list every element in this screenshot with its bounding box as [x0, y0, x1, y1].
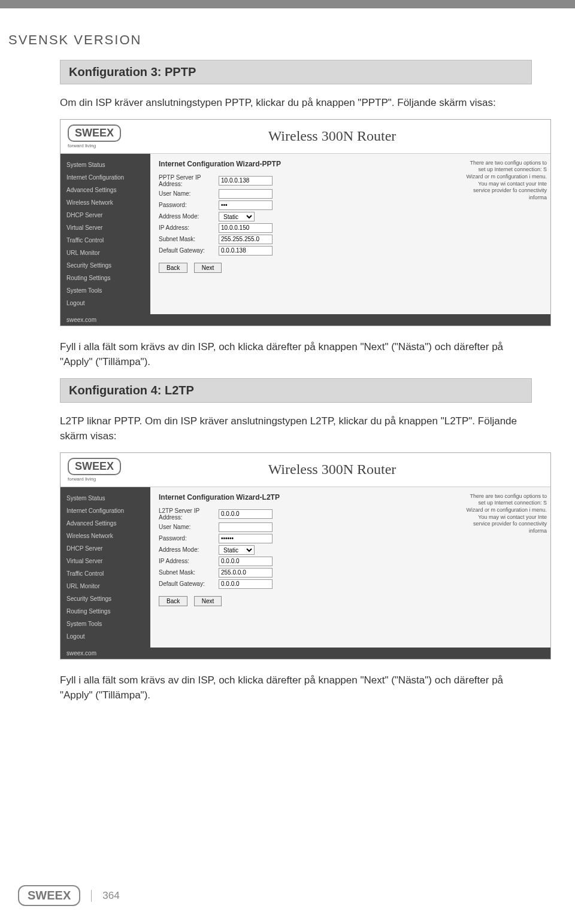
sidebar-item[interactable]: Security Settings	[60, 592, 150, 605]
ip-label: IP Address:	[159, 224, 219, 231]
sidebar-item[interactable]: Security Settings	[60, 259, 150, 272]
pass-input[interactable]	[219, 534, 273, 543]
footer-logo: SWEEX	[18, 885, 80, 906]
sidebar-item[interactable]: Routing Settings	[60, 605, 150, 618]
section-title-4: Konfiguration 4: L2TP	[60, 378, 532, 403]
pass-input[interactable]	[219, 200, 273, 210]
sidebar-item[interactable]: Advanced Settings	[60, 517, 150, 530]
sidebar-item[interactable]: URL Monitor	[60, 580, 150, 592]
ip-input[interactable]	[219, 223, 273, 233]
gw-input[interactable]	[219, 246, 273, 256]
section-title-3: Konfiguration 3: PPTP	[60, 60, 532, 84]
user-label: User Name:	[159, 190, 219, 197]
wizard-title-l2tp: Internet Configuration Wizard-L2TP	[159, 493, 452, 501]
sidebar-item[interactable]: Routing Settings	[60, 272, 150, 284]
user-input[interactable]	[219, 522, 273, 532]
info-text: There are two configu options to set up …	[461, 487, 550, 648]
sidebar: System Status Internet Configuration Adv…	[60, 154, 150, 314]
screenshot-l2tp: SWEEX forward living Wireless 300N Route…	[60, 452, 551, 659]
sidebar-item[interactable]: Advanced Settings	[60, 184, 150, 196]
top-bar	[0, 0, 575, 8]
mode-label: Address Mode:	[159, 213, 219, 220]
gw-label: Default Gateway:	[159, 580, 219, 587]
pass-label: Password:	[159, 535, 219, 542]
logo-subtitle: forward living	[68, 143, 121, 148]
logo: SWEEX	[68, 458, 121, 475]
mask-label: Subnet Mask:	[159, 236, 219, 242]
pass-label: Password:	[159, 202, 219, 208]
server-input[interactable]	[219, 176, 273, 186]
section3-intro: Om din ISP kräver anslutningstypen PPTP,…	[60, 95, 532, 111]
section4-intro: L2TP liknar PPTP. Om din ISP kräver ansl…	[60, 414, 532, 444]
sidebar-item[interactable]: Wireless Network	[60, 530, 150, 542]
sidebar-item[interactable]: System Status	[60, 159, 150, 171]
page-number: 364	[91, 890, 119, 902]
sidebar-item[interactable]: Virtual Server	[60, 221, 150, 234]
page-header: SVENSK VERSION	[8, 8, 575, 60]
server-input[interactable]	[219, 509, 273, 519]
ss-footer: sweex.com	[60, 314, 550, 326]
server-label: PPTP Server IP Address:	[159, 174, 219, 187]
info-text: There are two configu options to set up …	[461, 154, 550, 314]
section4-outro: Fyll i alla fält som krävs av din ISP, o…	[60, 673, 532, 703]
sidebar-item[interactable]: System Tools	[60, 284, 150, 297]
server-label: L2TP Server IP Address:	[159, 507, 219, 521]
logo: SWEEX	[68, 124, 121, 142]
user-input[interactable]	[219, 189, 273, 199]
gw-input[interactable]	[219, 579, 273, 589]
page-footer: SWEEX 364	[18, 885, 120, 906]
sidebar-item[interactable]: System Tools	[60, 618, 150, 630]
ss-footer: sweex.com	[60, 648, 550, 659]
sidebar-item[interactable]: Logout	[60, 297, 150, 309]
section3-outro: Fyll i alla fält som krävs av din ISP, o…	[60, 339, 532, 370]
ip-input[interactable]	[219, 557, 273, 566]
mode-select[interactable]: Static	[219, 212, 255, 221]
mode-label: Address Mode:	[159, 546, 219, 553]
next-button[interactable]: Next	[194, 596, 222, 606]
mode-select[interactable]: Static	[219, 545, 255, 555]
sidebar: System Status Internet Configuration Adv…	[60, 487, 150, 648]
mask-input[interactable]	[219, 568, 273, 578]
router-title: Wireless 300N Router	[121, 128, 543, 144]
sidebar-item[interactable]: Traffic Control	[60, 234, 150, 247]
sidebar-item[interactable]: Wireless Network	[60, 196, 150, 209]
gw-label: Default Gateway:	[159, 247, 219, 254]
sidebar-item[interactable]: Internet Configuration	[60, 504, 150, 517]
sidebar-item[interactable]: DHCP Server	[60, 209, 150, 221]
next-button[interactable]: Next	[194, 263, 222, 273]
router-title: Wireless 300N Router	[121, 461, 543, 478]
sidebar-item[interactable]: Traffic Control	[60, 567, 150, 580]
back-button[interactable]: Back	[159, 263, 187, 273]
mask-input[interactable]	[219, 235, 273, 244]
screenshot-pptp: SWEEX forward living Wireless 300N Route…	[60, 119, 551, 326]
wizard-title-pptp: Internet Configuration Wizard-PPTP	[159, 160, 452, 168]
sidebar-item[interactable]: Internet Configuration	[60, 171, 150, 184]
sidebar-item[interactable]: Virtual Server	[60, 555, 150, 567]
logo-subtitle: forward living	[68, 476, 121, 482]
back-button[interactable]: Back	[159, 596, 187, 606]
sidebar-item[interactable]: URL Monitor	[60, 247, 150, 259]
sidebar-item[interactable]: Logout	[60, 630, 150, 643]
sidebar-item[interactable]: DHCP Server	[60, 542, 150, 555]
sidebar-item[interactable]: System Status	[60, 492, 150, 504]
ip-label: IP Address:	[159, 558, 219, 564]
mask-label: Subnet Mask:	[159, 569, 219, 576]
user-label: User Name:	[159, 524, 219, 530]
